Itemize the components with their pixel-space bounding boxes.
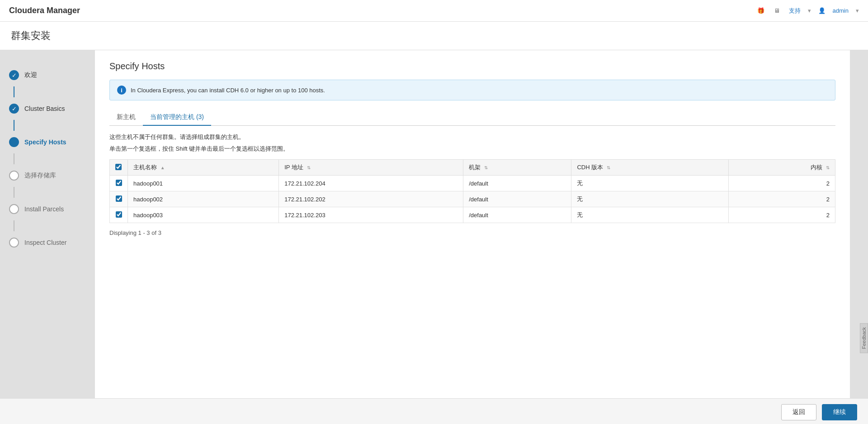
cell-checkbox-1 (110, 191, 128, 207)
col-header-hostname[interactable]: 主机名称 ▲ (128, 160, 279, 176)
sidebar-label-welcome: 欢迎 (24, 71, 37, 79)
sidebar-label-cluster-basics: Cluster Basics (24, 105, 65, 112)
sort-arrow-hostname: ▲ (160, 165, 165, 170)
connector-2 (14, 120, 14, 131)
brand-suffix: Manager (47, 6, 80, 15)
table-header-row: 主机名称 ▲ IP 地址 ⇅ 机架 ⇅ CDH 版本 ⇅ (110, 160, 835, 176)
instruction-1: 这些主机不属于任何群集。请选择组成群集的主机。 (109, 133, 835, 141)
tabs: 新主机 当前管理的主机 (3) (109, 110, 835, 126)
sort-arrow-ip: ⇅ (307, 165, 311, 170)
connector-4 (14, 187, 14, 198)
instruction-2: 单击第一个复选框，按住 Shift 键并单击最后一个复选框以选择范围。 (109, 145, 835, 153)
sidebar-item-inspect-cluster[interactable]: Inspect Cluster (0, 231, 95, 254)
continue-button[interactable]: 继续 (822, 404, 857, 420)
col-header-rack[interactable]: 机架 ⇅ (463, 160, 571, 176)
user-icon: 👤 (818, 7, 826, 14)
nav-dropdown-arrow: ▾ (808, 7, 811, 14)
cell-rack-2: /default (463, 207, 571, 223)
sidebar-item-select-repo[interactable]: 选择存储库 (0, 164, 95, 187)
sidebar-label-select-repo: 选择存储库 (24, 172, 56, 180)
step-circle-select-repo (9, 171, 19, 181)
sidebar-label-specify-hosts: Specify Hosts (24, 138, 66, 146)
col-header-cdh-version[interactable]: CDH 版本 ⇅ (571, 160, 729, 176)
step-circle-welcome (9, 70, 19, 80)
info-box: i In Cloudera Express, you can install C… (109, 80, 835, 100)
cell-rack-0: /default (463, 176, 571, 191)
info-message: In Cloudera Express, you can install CDH… (131, 87, 325, 94)
server-icon[interactable]: 🖥 (773, 6, 782, 15)
info-icon: i (117, 86, 126, 95)
table-row: hadoop001 172.21.102.204 /default 无 2 (110, 176, 835, 191)
sidebar-label-inspect-cluster: Inspect Cluster (24, 239, 66, 246)
cell-hostname-2: hadoop003 (128, 207, 279, 223)
sort-arrow-cdh: ⇅ (607, 165, 610, 170)
sidebar-item-specify-hosts[interactable]: Specify Hosts (0, 131, 95, 153)
cell-ip-0: 172.21.102.204 (279, 176, 463, 191)
col-header-ip[interactable]: IP 地址 ⇅ (279, 160, 463, 176)
step-circle-install-parcels (9, 204, 19, 214)
cell-ip-2: 172.21.102.203 (279, 207, 463, 223)
admin-dropdown-arrow: ▾ (856, 7, 859, 14)
hosts-table: 主机名称 ▲ IP 地址 ⇅ 机架 ⇅ CDH 版本 ⇅ (109, 159, 835, 223)
cell-hostname-1: hadoop002 (128, 191, 279, 207)
support-link[interactable]: 支持 (789, 7, 801, 15)
sidebar-label-install-parcels: Install Parcels (24, 205, 64, 213)
brand: Cloudera Manager (9, 6, 80, 15)
admin-link[interactable]: admin (833, 7, 849, 14)
cell-checkbox-0 (110, 176, 128, 191)
page-title: 群集安装 (11, 29, 857, 43)
col-header-cores[interactable]: 内核 ⇅ (729, 160, 835, 176)
connector-1 (14, 86, 14, 97)
sidebar: 欢迎 Cluster Basics Specify Hosts 选择存储库 In… (0, 50, 95, 398)
select-all-checkbox[interactable] (115, 164, 122, 170)
top-nav: Cloudera Manager 🎁 🖥 支持 ▾ 👤 admin ▾ (0, 0, 868, 22)
cell-rack-1: /default (463, 191, 571, 207)
sidebar-item-install-parcels[interactable]: Install Parcels (0, 198, 95, 220)
table-row: hadoop003 172.21.102.203 /default 无 2 (110, 207, 835, 223)
cell-cdh-1: 无 (571, 191, 729, 207)
row-checkbox-0[interactable] (116, 180, 122, 186)
row-checkbox-2[interactable] (116, 211, 122, 218)
content-heading: Specify Hosts (109, 61, 835, 71)
cell-cores-2: 2 (729, 207, 835, 223)
brand-prefix: Cloudera (9, 6, 44, 15)
right-panel: Feedback (850, 50, 868, 398)
displaying-text: Displaying 1 - 3 of 3 (109, 229, 835, 236)
step-circle-inspect-cluster (9, 238, 19, 248)
gift-icon[interactable]: 🎁 (756, 6, 765, 15)
back-button[interactable]: 返回 (781, 404, 816, 420)
row-checkbox-1[interactable] (116, 195, 122, 202)
feedback-button[interactable]: Feedback (860, 323, 868, 353)
cell-checkbox-2 (110, 207, 128, 223)
connector-3 (14, 153, 14, 164)
step-circle-cluster-basics (9, 104, 19, 114)
cell-cores-1: 2 (729, 191, 835, 207)
content-area: Specify Hosts i In Cloudera Express, you… (95, 50, 850, 398)
cell-cores-0: 2 (729, 176, 835, 191)
nav-right: 🎁 🖥 支持 ▾ 👤 admin ▾ (756, 6, 859, 15)
cell-ip-1: 172.21.102.202 (279, 191, 463, 207)
connector-5 (14, 220, 14, 231)
tab-managed-hosts[interactable]: 当前管理的主机 (3) (143, 110, 211, 126)
tab-new-hosts[interactable]: 新主机 (109, 110, 143, 126)
cell-cdh-0: 无 (571, 176, 729, 191)
sidebar-item-welcome[interactable]: 欢迎 (0, 64, 95, 86)
sort-arrow-rack: ⇅ (484, 165, 488, 170)
table-row: hadoop002 172.21.102.202 /default 无 2 (110, 191, 835, 207)
col-header-checkbox (110, 160, 128, 176)
main-layout: 欢迎 Cluster Basics Specify Hosts 选择存储库 In… (0, 50, 868, 398)
cell-hostname-0: hadoop001 (128, 176, 279, 191)
footer: 返回 继续 (0, 398, 868, 424)
page-title-bar: 群集安装 (0, 22, 868, 50)
step-circle-specify-hosts (9, 137, 19, 147)
sort-arrow-cores: ⇅ (826, 165, 830, 170)
cell-cdh-2: 无 (571, 207, 729, 223)
sidebar-item-cluster-basics[interactable]: Cluster Basics (0, 97, 95, 120)
